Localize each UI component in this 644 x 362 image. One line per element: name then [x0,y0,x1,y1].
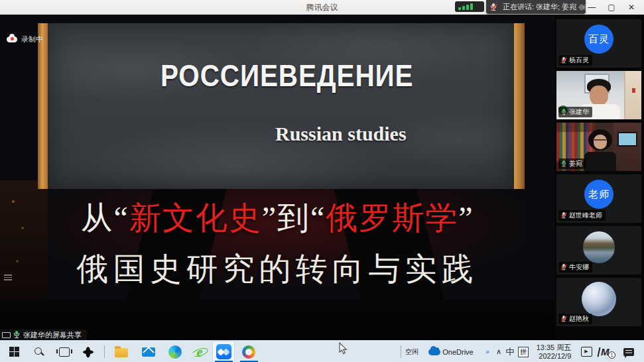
media-player-icon: ▶ [581,347,592,357]
avatar: 百灵 [584,25,613,54]
heading-quote: “ [113,200,129,235]
slide-heading-line2: 俄国史研究的转向与实践 [0,251,554,288]
participants-sidebar: 百灵 杨百灵 张建华 [554,15,644,340]
participant-label: 张建华 [558,107,592,117]
edge-button[interactable] [164,341,186,362]
idle-status: 空闲 [403,341,420,362]
edge-icon [168,345,182,359]
slide-title-russian: РОССИЕВЕДЕНИЕ [161,58,413,93]
chalk-texture [48,23,514,189]
meeting-logo-icon [579,3,590,11]
maximize-button[interactable]: ▢ [602,0,621,15]
tencent-meeting-window: 腾讯会议 — ▢ ✕ 正在讲话: 张建华; 姜宛 РОССИЕВЕДЕНИЕ [0,0,644,362]
speaking-banner: 正在讲话: 张建华; 姜宛 [486,0,586,14]
slide-heading-line1: 从“新文化史”到“俄罗斯学” [0,200,554,236]
heading-quote: “ [310,200,326,235]
blackboard-frame [38,23,48,189]
active-mic-icon [561,160,567,167]
recording-label: 录制中 [21,34,43,44]
screen-share-footer: 张建华的屏幕共享 [0,330,87,340]
share-owner-label: 张建华的屏幕共享 [23,330,82,340]
media-tray-item[interactable]: ▶ [578,341,594,362]
active-mic-icon [561,109,567,115]
task-view-button[interactable] [54,341,74,362]
participant-label: 姜宛 [558,158,586,169]
close-button[interactable]: ✕ [621,0,641,15]
muted-mic-icon [490,3,497,11]
mouse-cursor [338,342,348,355]
slide-title-english: Russian studies [275,123,407,145]
mail-button[interactable] [137,341,160,362]
speaking-label: 正在讲话: 张建华; 姜宛 [503,2,576,12]
signal-bar [466,5,469,10]
search-button[interactable] [29,341,49,362]
monitor-icon [2,332,10,339]
clock[interactable]: 13:35 周五 2022/12/9 [532,341,576,362]
tencent-meeting-icon [216,344,231,359]
avatar-photo [583,231,615,263]
muted-mic-icon [561,316,567,322]
participant-tile[interactable]: 牛安娜 [556,226,641,274]
heading-term-red: 新文化史 [129,200,262,235]
mail-icon [142,347,155,357]
signal-bar [458,7,461,10]
heading-text: 到 [277,200,310,235]
action-center-button[interactable] [619,341,638,362]
recording-indicator: 录制中 [7,34,43,44]
swirl-app-button[interactable] [237,341,260,362]
heading-quote: ” [458,200,474,235]
ime-mode-button[interactable]: 拼 [517,341,530,362]
onedrive-label: OneDrive [442,348,473,356]
clock-time: 13:35 周五 [537,343,572,352]
ime-language-button[interactable]: 中 [504,341,516,362]
blackboard: РОССИЕВЕДЕНИЕ Russian studies [48,23,514,189]
participant-label: 赵世峰老师 [558,210,606,221]
notification-icon [623,348,634,356]
ime-mode-icon: 拼 [518,347,529,357]
tencent-meeting-button[interactable] [212,341,235,362]
windows-taskbar: e 空闲 OneDrive » ∧ 中 拼 13:35 周五 2022/12/9 [0,340,644,362]
search-icon [34,347,44,357]
participant-name: 姜宛 [569,159,582,168]
screen-share-view: РОССИЕВЕДЕНИЕ Russian studies 从“新文化史”到“俄… [0,15,554,340]
hidden-icons-chevron[interactable]: ∧ [493,341,504,362]
blackboard-frame [514,23,525,189]
muted-mic-icon [561,212,567,219]
participant-tile[interactable]: 赵艳秋 [556,278,641,326]
onedrive-cloud-icon [428,349,440,355]
windows-logo-icon [9,347,19,357]
ink-input-icon: M 1 [598,346,615,358]
signal-bar [470,3,473,10]
file-explorer-button[interactable] [110,341,133,362]
participant-tile[interactable]: 百灵 杨百灵 [556,19,641,68]
folder-icon [115,348,128,357]
participant-label: 牛安娜 [558,262,592,272]
pinwheel-app-button[interactable] [78,341,99,362]
start-button[interactable] [4,341,24,362]
onedrive-tray-item[interactable]: OneDrive [424,341,478,362]
avatar: 老师 [584,180,613,209]
participant-tile-active-speaker[interactable]: 张建华 [556,71,641,119]
internet-explorer-button[interactable]: e [188,341,211,362]
avatar-photo [582,282,616,316]
annotation-menu-icon[interactable] [4,274,12,280]
participant-tile[interactable]: 老师 赵世峰老师 [556,174,641,223]
participant-name: 张建华 [569,107,589,117]
ink-input-tray-item[interactable]: M 1 [596,341,618,362]
task-view-icon [59,347,70,357]
participant-label: 赵艳秋 [558,314,592,324]
tray-divider [401,345,401,358]
network-signal-indicator [455,1,484,12]
participant-name: 赵世峰老师 [569,211,602,220]
participant-name: 赵艳秋 [569,314,589,324]
tray-expand[interactable]: » [483,341,492,362]
recording-cloud-icon [7,36,17,42]
participant-tile[interactable]: 姜宛 [556,123,641,171]
participant-name: 杨百灵 [569,56,589,65]
muted-mic-icon [561,57,567,64]
heading-text: 从 [80,200,113,235]
participant-label: 杨百灵 [558,55,592,66]
internet-explorer-icon: e [193,345,206,359]
heading-quote: ” [262,200,277,235]
active-mic-icon [13,331,20,339]
